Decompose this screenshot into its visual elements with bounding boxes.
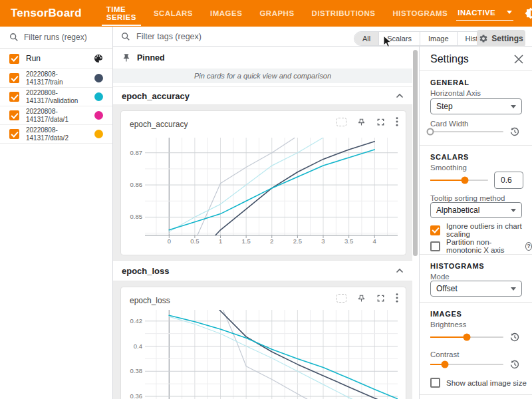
show-actual-size-row[interactable]: Show actual image size xyxy=(430,378,527,388)
run-checkbox[interactable] xyxy=(9,92,19,102)
run-checkbox[interactable] xyxy=(9,129,19,139)
card-actions xyxy=(326,293,398,303)
run-name: 20220808-141317/data/2 xyxy=(26,126,90,142)
chevron-up-icon[interactable] xyxy=(396,93,404,98)
run-color-dot[interactable] xyxy=(94,130,103,138)
general-heading: GENERAL xyxy=(430,78,469,86)
tag-filter-field[interactable]: Filter tags (regex) xyxy=(121,27,201,47)
settings-panel: Settings GENERAL Horizontal Axis Step Ca… xyxy=(419,47,532,399)
run-color-dot[interactable] xyxy=(94,111,103,120)
run-filter-field[interactable]: Filter runs (regex) xyxy=(0,27,113,49)
fullscreen-icon[interactable] xyxy=(376,118,385,126)
run-list-header: Run xyxy=(0,49,112,69)
horizontal-axis-label: Horizontal Axis xyxy=(430,89,481,97)
slider-thumb[interactable] xyxy=(442,361,449,368)
smoothing-label: Smoothing xyxy=(430,164,467,172)
reset-brightness-icon[interactable] xyxy=(509,331,521,343)
svg-text:0.42: 0.42 xyxy=(130,317,143,325)
fit-to-data-icon[interactable] xyxy=(336,294,346,303)
tab-histograms[interactable]: HISTOGRAMS xyxy=(384,0,457,27)
svg-text:3: 3 xyxy=(321,237,325,245)
tooltip-sort-select[interactable]: Alphabetical xyxy=(430,202,522,218)
app-header: TensorBoard TIME SERIES SCALARS IMAGES G… xyxy=(0,0,532,27)
kebab-menu-icon[interactable] xyxy=(396,293,398,303)
run-color-dot[interactable] xyxy=(94,92,103,101)
partition-x-axis-row[interactable]: Partition non-monotonic X axis ? xyxy=(430,238,532,254)
tab-scalars[interactable]: SCALARS xyxy=(145,0,201,27)
partition-x-axis-checkbox[interactable] xyxy=(430,241,440,251)
section-title: epoch_loss xyxy=(122,266,396,276)
chevron-down-icon xyxy=(511,209,516,212)
tensorboard-logo: TensorBoard xyxy=(11,7,82,20)
tab-distributions[interactable]: DISTRIBUTIONS xyxy=(303,0,384,27)
chevron-up-icon[interactable] xyxy=(396,268,404,273)
svg-text:0.85: 0.85 xyxy=(130,213,143,220)
run-row[interactable]: 20220808-141317/data/2 xyxy=(0,125,112,144)
run-row[interactable]: 20220808-141317/data/1 xyxy=(0,106,112,125)
tab-time-series[interactable]: TIME SERIES xyxy=(98,0,145,27)
palette-icon[interactable] xyxy=(93,53,104,64)
card-width-label: Card Width xyxy=(430,120,469,128)
pin-icon xyxy=(122,53,131,63)
ignore-outliers-checkbox[interactable] xyxy=(430,225,440,235)
svg-text:2.5: 2.5 xyxy=(293,237,302,245)
svg-text:3.5: 3.5 xyxy=(344,237,353,245)
run-status-value: INACTIVE xyxy=(458,9,507,17)
close-icon[interactable] xyxy=(514,55,523,64)
run-row[interactable]: 20220808-141317/validation xyxy=(0,88,112,106)
help-icon[interactable]: ? xyxy=(525,242,532,251)
filter-chip-scalars[interactable]: Scalars xyxy=(379,32,420,45)
run-checkbox[interactable] xyxy=(9,73,19,83)
brightness-slider[interactable] xyxy=(430,333,503,341)
slider-thumb[interactable] xyxy=(464,334,471,341)
tab-images[interactable]: IMAGES xyxy=(201,0,251,27)
images-heading: IMAGES xyxy=(430,310,462,318)
filter-chip-all[interactable]: All xyxy=(354,32,379,45)
tag-filter-placeholder: Filter tags (regex) xyxy=(136,32,201,41)
search-icon xyxy=(9,33,19,42)
run-row[interactable]: 20220808-141317/train xyxy=(0,69,112,88)
run-filter-placeholder: Filter runs (regex) xyxy=(24,33,87,42)
settings-panel-title: Settings xyxy=(430,53,514,65)
run-status-dropdown[interactable]: INACTIVE xyxy=(456,7,513,21)
settings-button[interactable]: Settings xyxy=(477,30,525,47)
svg-text:2: 2 xyxy=(270,237,273,245)
vertical-scrollbar[interactable] xyxy=(413,50,418,256)
section-header-epoch-loss[interactable]: epoch_loss xyxy=(113,260,412,281)
epoch-accuracy-chart[interactable]: 0.850.860.8700.511.522.533.54 xyxy=(125,134,402,248)
header-actions: INACTIVE ? xyxy=(456,7,532,21)
select-all-runs-checkbox[interactable] xyxy=(9,54,19,64)
smoothing-slider[interactable] xyxy=(430,176,488,184)
show-actual-size-checkbox[interactable] xyxy=(430,378,440,388)
tab-graphs[interactable]: GRAPHS xyxy=(251,0,303,27)
run-name: 20220808-141317/validation xyxy=(26,89,90,105)
histograms-heading: HISTOGRAMS xyxy=(430,262,484,270)
svg-text:0.4: 0.4 xyxy=(134,342,142,350)
reset-contrast-icon[interactable] xyxy=(509,358,521,370)
fit-to-data-icon[interactable] xyxy=(336,118,346,126)
brightness-toggle-icon[interactable] xyxy=(525,7,532,19)
horizontal-axis-select[interactable]: Step xyxy=(430,98,522,114)
slider-thumb[interactable] xyxy=(427,128,434,136)
run-checkbox[interactable] xyxy=(9,110,19,120)
contrast-slider[interactable] xyxy=(430,360,503,368)
run-column-label: Run xyxy=(26,54,93,63)
chevron-down-icon xyxy=(511,287,516,291)
slider-thumb[interactable] xyxy=(462,177,469,184)
card-width-slider[interactable] xyxy=(430,128,503,136)
smoothing-value-input[interactable]: 0.6 xyxy=(494,172,523,189)
histogram-mode-select[interactable]: Offset xyxy=(430,281,522,297)
kebab-menu-icon[interactable] xyxy=(396,117,398,126)
fullscreen-icon[interactable] xyxy=(376,294,385,303)
section-header-epoch-accuracy[interactable]: epoch_accuracy xyxy=(113,86,412,105)
epoch-loss-chart[interactable]: 0.360.380.40.4200.511.522.533.54 xyxy=(125,306,402,399)
reset-card-width-icon[interactable] xyxy=(509,126,521,138)
chevron-down-icon xyxy=(507,11,512,14)
brightness-label: Brightness xyxy=(430,321,466,329)
pin-icon[interactable] xyxy=(357,118,366,126)
settings-button-label: Settings xyxy=(491,34,523,43)
pin-icon[interactable] xyxy=(357,294,366,303)
run-color-dot[interactable] xyxy=(94,74,103,82)
ignore-outliers-row[interactable]: Ignore outliers in chart scaling xyxy=(430,222,532,238)
filter-chip-image[interactable]: Image xyxy=(420,32,458,45)
